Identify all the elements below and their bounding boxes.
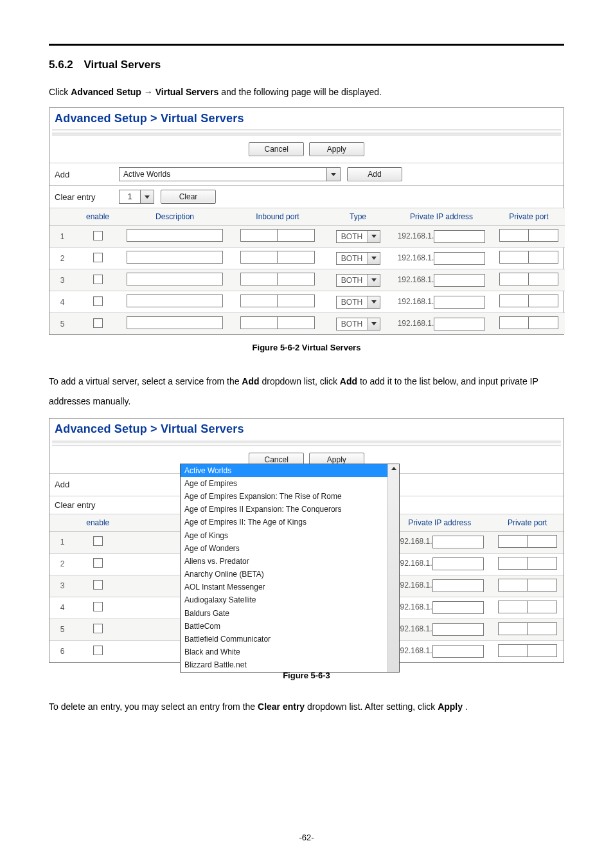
table-row: 3BOTH192.168.1. <box>49 269 565 291</box>
enable-checkbox[interactable] <box>93 602 103 611</box>
private-port-input[interactable] <box>498 622 557 635</box>
col-enable: enable <box>75 514 120 531</box>
dropdown-option[interactable]: Blizzard Battle.net <box>181 658 399 671</box>
inbound-port-input[interactable] <box>240 251 315 264</box>
clear-entry-select[interactable]: 1 <box>119 190 154 204</box>
description-input[interactable] <box>127 316 223 329</box>
enable-checkbox[interactable] <box>93 296 103 306</box>
dropdown-option[interactable]: Age of Empires II: The Age of Kings <box>181 516 399 529</box>
add-service-dropdown-open[interactable]: Active WorldsAge of EmpiresAge of Empire… <box>180 464 400 673</box>
private-port-input[interactable] <box>499 251 558 264</box>
apply-button[interactable]: Apply <box>309 142 364 156</box>
private-port-input[interactable] <box>498 557 557 570</box>
private-port-input[interactable] <box>498 535 557 548</box>
inbound-port-input[interactable] <box>240 229 315 242</box>
private-port-input[interactable] <box>499 294 558 307</box>
private-port-input[interactable] <box>499 316 558 329</box>
enable-checkbox[interactable] <box>93 646 103 655</box>
dropdown-option[interactable]: Age of Empires <box>181 477 399 490</box>
intro-text-end: and the following page will be displayed… <box>221 87 382 97</box>
ip-prefix: 192.168.1. <box>396 646 432 655</box>
row-index: 2 <box>49 248 75 269</box>
private-ip-input[interactable] <box>432 601 484 614</box>
table-row: 5BOTH192.168.1. <box>49 313 565 335</box>
private-ip-input[interactable] <box>432 623 484 636</box>
panel-title: Advanced Setup > Virtual Servers <box>49 108 564 128</box>
section-title: Virtual Servers <box>84 59 161 71</box>
virtual-servers-table: enable Description Inbound port Type Pri… <box>49 208 565 334</box>
private-port-input[interactable] <box>498 579 557 592</box>
enable-checkbox[interactable] <box>93 318 103 328</box>
chevron-up-icon <box>391 467 396 470</box>
type-select[interactable]: BOTH <box>336 252 380 265</box>
bold-add: Add <box>340 376 357 386</box>
ip-prefix: 192.168.1. <box>398 319 434 328</box>
dropdown-option[interactable]: Age of Wonders <box>181 542 399 555</box>
inbound-port-input[interactable] <box>240 273 315 285</box>
private-ip-input[interactable] <box>434 274 485 287</box>
dropdown-option[interactable]: AOL Instant Messenger <box>181 581 399 593</box>
cancel-button[interactable]: Cancel <box>249 142 304 156</box>
clear-entry-label: Clear entry <box>55 500 119 510</box>
col-description: Description <box>120 208 229 226</box>
private-ip-input[interactable] <box>432 579 484 592</box>
private-port-input[interactable] <box>498 601 557 613</box>
description-input[interactable] <box>127 294 223 307</box>
enable-checkbox[interactable] <box>93 275 103 284</box>
inbound-port-input[interactable] <box>240 294 315 307</box>
private-port-input[interactable] <box>498 644 557 657</box>
col-private-ip: Private IP address <box>388 514 492 531</box>
bold-apply: Apply <box>438 701 463 712</box>
dropdown-option[interactable]: BattleCom <box>181 620 399 633</box>
dropdown-option[interactable]: Active Worlds <box>181 464 399 477</box>
add-service-value: Active Worlds <box>119 167 326 181</box>
inbound-port-input[interactable] <box>240 316 315 329</box>
clear-button[interactable]: Clear <box>161 190 216 204</box>
add-button[interactable]: Add <box>347 167 402 181</box>
private-port-input[interactable] <box>499 273 558 285</box>
add-service-select[interactable]: Active Worlds <box>119 167 341 181</box>
dropdown-option[interactable]: Black and White <box>181 646 399 658</box>
enable-checkbox[interactable] <box>93 536 103 546</box>
enable-checkbox[interactable] <box>93 253 103 262</box>
description-input[interactable] <box>127 229 223 242</box>
row-index: 1 <box>49 531 75 553</box>
row-index: 6 <box>49 640 75 662</box>
private-ip-input[interactable] <box>432 557 484 570</box>
scrollbar[interactable] <box>387 464 399 672</box>
private-ip-input[interactable] <box>434 296 485 309</box>
description-input[interactable] <box>127 251 223 264</box>
figure-caption-1: Figure 5-6-2 Virtual Servers <box>49 343 564 352</box>
dropdown-option[interactable]: Aliens vs. Predator <box>181 555 399 568</box>
enable-checkbox[interactable] <box>93 624 103 633</box>
description-input[interactable] <box>127 273 223 285</box>
ip-prefix: 192.168.1. <box>396 537 432 546</box>
dropdown-option[interactable]: Age of Kings <box>181 529 399 542</box>
private-ip-input[interactable] <box>434 230 485 243</box>
dropdown-option[interactable]: Battlefield Communicator <box>181 633 399 646</box>
type-select[interactable]: BOTH <box>336 318 380 330</box>
intro-line: Click Advanced Setup → Virtual Servers a… <box>49 83 564 101</box>
dropdown-option[interactable]: Audiogalaxy Satellite <box>181 593 399 606</box>
enable-checkbox[interactable] <box>93 580 103 590</box>
top-rule <box>49 44 564 46</box>
ip-prefix: 192.168.1. <box>396 624 432 633</box>
private-ip-input[interactable] <box>432 645 484 658</box>
type-select[interactable]: BOTH <box>336 296 380 309</box>
bold-add: Add <box>242 376 259 386</box>
private-ip-input[interactable] <box>434 318 485 330</box>
private-ip-input[interactable] <box>434 252 485 265</box>
enable-checkbox[interactable] <box>93 231 103 240</box>
col-private-port: Private port <box>492 514 564 531</box>
dropdown-option[interactable]: Age of Empires II Expansion: The Conquer… <box>181 503 399 516</box>
table-row: 2BOTH192.168.1. <box>49 248 565 269</box>
type-select[interactable]: BOTH <box>336 274 380 287</box>
type-select[interactable]: BOTH <box>336 230 380 243</box>
private-port-input[interactable] <box>499 229 558 242</box>
row-index: 4 <box>49 597 75 619</box>
dropdown-option[interactable]: Anarchy Online (BETA) <box>181 568 399 581</box>
dropdown-option[interactable]: Age of Empires Expansion: The Rise of Ro… <box>181 490 399 503</box>
enable-checkbox[interactable] <box>93 558 103 568</box>
private-ip-input[interactable] <box>432 536 484 548</box>
dropdown-option[interactable]: Baldurs Gate <box>181 607 399 620</box>
